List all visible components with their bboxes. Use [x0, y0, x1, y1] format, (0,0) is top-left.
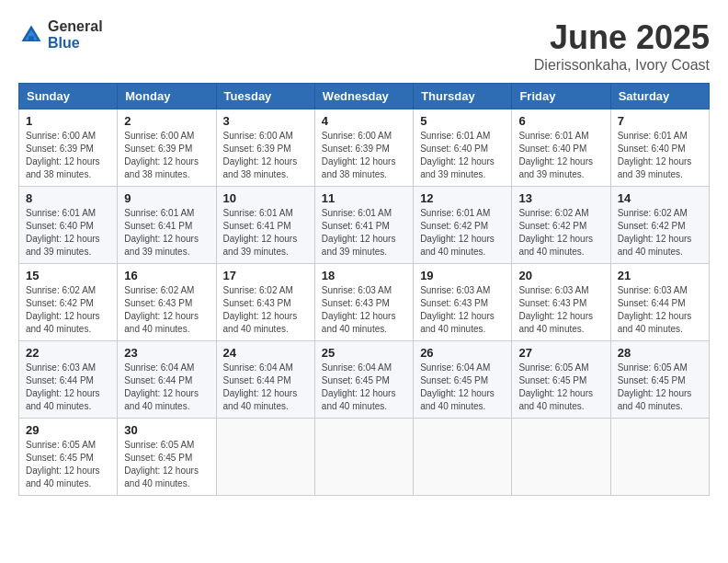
page-header: General Blue June 2025 Dierissonkaha, Iv…	[18, 18, 710, 74]
day-info: Sunrise: 6:02 AMSunset: 6:42 PMDaylight:…	[26, 285, 100, 334]
day-info: Sunrise: 6:01 AMSunset: 6:40 PMDaylight:…	[420, 131, 495, 179]
col-monday: Monday	[118, 84, 216, 109]
table-cell: 9 Sunrise: 6:01 AMSunset: 6:41 PMDayligh…	[118, 187, 216, 264]
day-number: 3	[223, 114, 308, 128]
day-info: Sunrise: 6:00 AMSunset: 6:39 PMDaylight:…	[223, 131, 298, 179]
day-number: 13	[518, 191, 603, 205]
day-info: Sunrise: 6:05 AMSunset: 6:45 PMDaylight:…	[618, 362, 692, 411]
day-info: Sunrise: 6:03 AMSunset: 6:43 PMDaylight:…	[420, 285, 495, 334]
calendar-row: 1 Sunrise: 6:00 AMSunset: 6:39 PMDayligh…	[19, 109, 710, 187]
calendar-row: 29 Sunrise: 6:05 AMSunset: 6:45 PMDaylig…	[19, 419, 710, 496]
day-info: Sunrise: 6:05 AMSunset: 6:45 PMDaylight:…	[518, 362, 593, 411]
table-cell: 7 Sunrise: 6:01 AMSunset: 6:40 PMDayligh…	[610, 109, 709, 187]
calendar-row: 15 Sunrise: 6:02 AMSunset: 6:42 PMDaylig…	[19, 264, 710, 341]
day-info: Sunrise: 6:02 AMSunset: 6:42 PMDaylight:…	[618, 208, 692, 257]
month-title: June 2025	[534, 18, 710, 57]
table-cell: 29 Sunrise: 6:05 AMSunset: 6:45 PMDaylig…	[19, 419, 118, 496]
table-cell: 6 Sunrise: 6:01 AMSunset: 6:40 PMDayligh…	[512, 109, 610, 187]
table-cell	[414, 419, 512, 496]
calendar-table: Sunday Monday Tuesday Wednesday Thursday…	[18, 83, 710, 496]
logo-blue: Blue	[48, 35, 80, 51]
table-cell: 15 Sunrise: 6:02 AMSunset: 6:42 PMDaylig…	[19, 264, 118, 341]
day-number: 12	[420, 191, 505, 205]
table-cell	[610, 419, 709, 496]
day-info: Sunrise: 6:01 AMSunset: 6:42 PMDaylight:…	[420, 208, 495, 257]
table-cell: 21 Sunrise: 6:03 AMSunset: 6:44 PMDaylig…	[610, 264, 709, 341]
table-cell: 16 Sunrise: 6:02 AMSunset: 6:43 PMDaylig…	[118, 264, 216, 341]
table-cell: 27 Sunrise: 6:05 AMSunset: 6:45 PMDaylig…	[512, 341, 610, 419]
day-number: 10	[223, 191, 308, 205]
day-info: Sunrise: 6:01 AMSunset: 6:40 PMDaylight:…	[618, 131, 692, 179]
day-number: 8	[26, 191, 110, 205]
col-wednesday: Wednesday	[314, 84, 413, 109]
logo-icon	[18, 22, 44, 48]
day-info: Sunrise: 6:05 AMSunset: 6:45 PMDaylight:…	[26, 440, 100, 488]
day-number: 23	[124, 346, 209, 360]
day-info: Sunrise: 6:03 AMSunset: 6:43 PMDaylight:…	[518, 285, 593, 334]
title-area: June 2025 Dierissonkaha, Ivory Coast	[534, 18, 710, 74]
day-number: 22	[26, 346, 110, 360]
location-title: Dierissonkaha, Ivory Coast	[534, 57, 710, 74]
table-cell: 17 Sunrise: 6:02 AMSunset: 6:43 PMDaylig…	[216, 264, 314, 341]
day-number: 6	[518, 114, 603, 128]
table-cell	[216, 419, 314, 496]
day-info: Sunrise: 6:04 AMSunset: 6:45 PMDaylight:…	[322, 362, 396, 411]
day-number: 24	[223, 346, 308, 360]
table-cell: 5 Sunrise: 6:01 AMSunset: 6:40 PMDayligh…	[414, 109, 512, 187]
col-sunday: Sunday	[19, 84, 118, 109]
calendar-header-row: Sunday Monday Tuesday Wednesday Thursday…	[19, 84, 710, 109]
day-number: 5	[420, 114, 505, 128]
day-number: 4	[322, 114, 406, 128]
table-cell	[512, 419, 610, 496]
table-cell: 18 Sunrise: 6:03 AMSunset: 6:43 PMDaylig…	[314, 264, 413, 341]
day-number: 11	[322, 191, 406, 205]
table-cell: 10 Sunrise: 6:01 AMSunset: 6:41 PMDaylig…	[216, 187, 314, 264]
day-info: Sunrise: 6:04 AMSunset: 6:44 PMDaylight:…	[223, 362, 298, 411]
logo-wordmark: General Blue	[48, 18, 103, 52]
day-info: Sunrise: 6:01 AMSunset: 6:41 PMDaylight:…	[322, 208, 396, 257]
day-info: Sunrise: 6:03 AMSunset: 6:44 PMDaylight:…	[26, 362, 100, 411]
table-cell: 26 Sunrise: 6:04 AMSunset: 6:45 PMDaylig…	[414, 341, 512, 419]
table-cell: 12 Sunrise: 6:01 AMSunset: 6:42 PMDaylig…	[414, 187, 512, 264]
day-number: 27	[518, 346, 603, 360]
day-info: Sunrise: 6:00 AMSunset: 6:39 PMDaylight:…	[124, 131, 199, 179]
day-info: Sunrise: 6:05 AMSunset: 6:45 PMDaylight:…	[124, 440, 199, 488]
table-cell: 22 Sunrise: 6:03 AMSunset: 6:44 PMDaylig…	[19, 341, 118, 419]
day-info: Sunrise: 6:03 AMSunset: 6:43 PMDaylight:…	[322, 285, 396, 334]
day-info: Sunrise: 6:02 AMSunset: 6:42 PMDaylight:…	[518, 208, 593, 257]
col-saturday: Saturday	[610, 84, 709, 109]
table-cell: 2 Sunrise: 6:00 AMSunset: 6:39 PMDayligh…	[118, 109, 216, 187]
day-info: Sunrise: 6:01 AMSunset: 6:40 PMDaylight:…	[26, 208, 100, 257]
day-info: Sunrise: 6:04 AMSunset: 6:44 PMDaylight:…	[124, 362, 199, 411]
day-number: 19	[420, 269, 505, 282]
day-info: Sunrise: 6:01 AMSunset: 6:40 PMDaylight:…	[518, 131, 593, 179]
table-cell: 11 Sunrise: 6:01 AMSunset: 6:41 PMDaylig…	[314, 187, 413, 264]
day-info: Sunrise: 6:01 AMSunset: 6:41 PMDaylight:…	[223, 208, 298, 257]
day-info: Sunrise: 6:02 AMSunset: 6:43 PMDaylight:…	[223, 285, 298, 334]
col-thursday: Thursday	[414, 84, 512, 109]
table-cell: 1 Sunrise: 6:00 AMSunset: 6:39 PMDayligh…	[19, 109, 118, 187]
calendar-row: 22 Sunrise: 6:03 AMSunset: 6:44 PMDaylig…	[19, 341, 710, 419]
day-number: 15	[26, 269, 110, 282]
svg-rect-2	[28, 36, 34, 41]
day-number: 26	[420, 346, 505, 360]
table-cell: 24 Sunrise: 6:04 AMSunset: 6:44 PMDaylig…	[216, 341, 314, 419]
table-cell: 19 Sunrise: 6:03 AMSunset: 6:43 PMDaylig…	[414, 264, 512, 341]
table-cell: 20 Sunrise: 6:03 AMSunset: 6:43 PMDaylig…	[512, 264, 610, 341]
table-cell: 25 Sunrise: 6:04 AMSunset: 6:45 PMDaylig…	[314, 341, 413, 419]
day-info: Sunrise: 6:04 AMSunset: 6:45 PMDaylight:…	[420, 362, 495, 411]
table-cell: 13 Sunrise: 6:02 AMSunset: 6:42 PMDaylig…	[512, 187, 610, 264]
calendar-row: 8 Sunrise: 6:01 AMSunset: 6:40 PMDayligh…	[19, 187, 710, 264]
day-number: 30	[124, 423, 209, 437]
table-cell: 28 Sunrise: 6:05 AMSunset: 6:45 PMDaylig…	[610, 341, 709, 419]
day-info: Sunrise: 6:01 AMSunset: 6:41 PMDaylight:…	[124, 208, 199, 257]
table-cell: 23 Sunrise: 6:04 AMSunset: 6:44 PMDaylig…	[118, 341, 216, 419]
day-number: 29	[26, 423, 110, 437]
day-number: 1	[26, 114, 110, 128]
table-cell: 3 Sunrise: 6:00 AMSunset: 6:39 PMDayligh…	[216, 109, 314, 187]
day-info: Sunrise: 6:03 AMSunset: 6:44 PMDaylight:…	[618, 285, 692, 334]
day-number: 17	[223, 269, 308, 282]
day-number: 16	[124, 269, 209, 282]
day-number: 2	[124, 114, 209, 128]
col-tuesday: Tuesday	[216, 84, 314, 109]
